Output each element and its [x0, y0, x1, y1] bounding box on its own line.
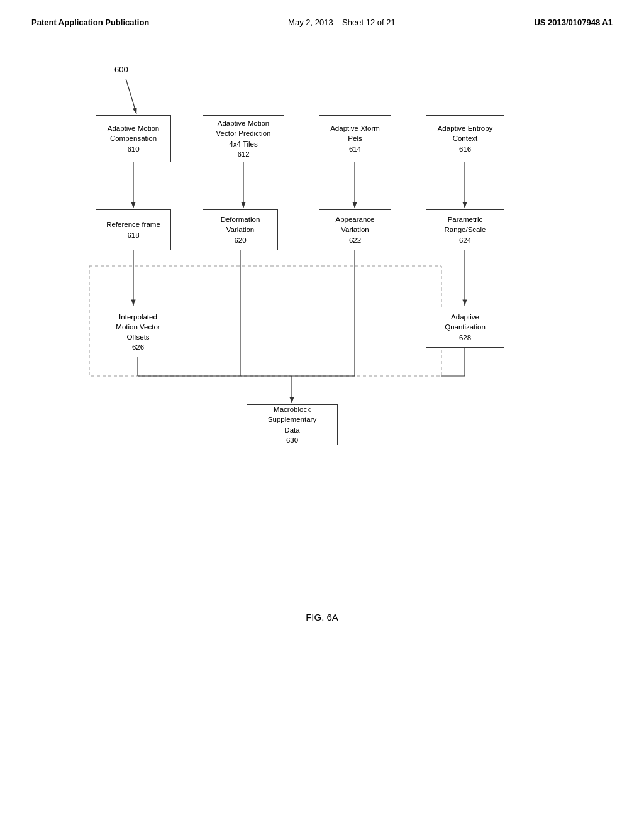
box-622-label: AppearanceVariation622 — [335, 214, 374, 245]
box-630: MacroblockSupplementaryData630 — [247, 404, 338, 445]
header-center: May 2, 2013 Sheet 12 of 21 — [288, 18, 396, 27]
box-628: AdaptiveQuantization628 — [426, 307, 504, 348]
box-610: Adaptive MotionCompensation610 — [96, 115, 171, 162]
box-630-label: MacroblockSupplementaryData630 — [268, 404, 316, 445]
box-612: Adaptive MotionVector Prediction4x4 Tile… — [203, 115, 284, 162]
box-628-label: AdaptiveQuantization628 — [445, 312, 486, 342]
box-612-label: Adaptive MotionVector Prediction4x4 Tile… — [216, 118, 271, 158]
svg-line-1 — [126, 79, 136, 114]
box-618: Reference frame618 — [96, 209, 171, 250]
header-date: May 2, 2013 — [288, 18, 333, 27]
box-624-label: ParametricRange/Scale624 — [445, 214, 486, 245]
header-sheet: Sheet 12 of 21 — [342, 18, 396, 27]
box-614-label: Adaptive XformPels614 — [330, 123, 380, 153]
box-616-label: Adaptive EntropyContext616 — [438, 123, 493, 153]
box-626: InterpolatedMotion VectorOffsets626 — [96, 307, 180, 357]
box-614: Adaptive XformPels614 — [319, 115, 391, 162]
box-618-label: Reference frame618 — [106, 219, 160, 240]
header-left: Patent Application Publication — [31, 18, 149, 27]
fig-label: FIG. 6A — [0, 612, 644, 622]
diagram-area: 600 — [77, 65, 567, 599]
box-616: Adaptive EntropyContext616 — [426, 115, 504, 162]
diagram-label-600: 600 — [114, 65, 128, 74]
box-620-label: DeformationVariation620 — [221, 214, 260, 245]
box-610-label: Adaptive MotionCompensation610 — [108, 123, 159, 153]
box-620: DeformationVariation620 — [203, 209, 278, 250]
page-header: Patent Application Publication May 2, 20… — [0, 0, 644, 27]
box-626-label: InterpolatedMotion VectorOffsets626 — [116, 312, 160, 352]
box-622: AppearanceVariation622 — [319, 209, 391, 250]
box-624: ParametricRange/Scale624 — [426, 209, 504, 250]
header-right: US 2013/0107948 A1 — [534, 18, 613, 27]
